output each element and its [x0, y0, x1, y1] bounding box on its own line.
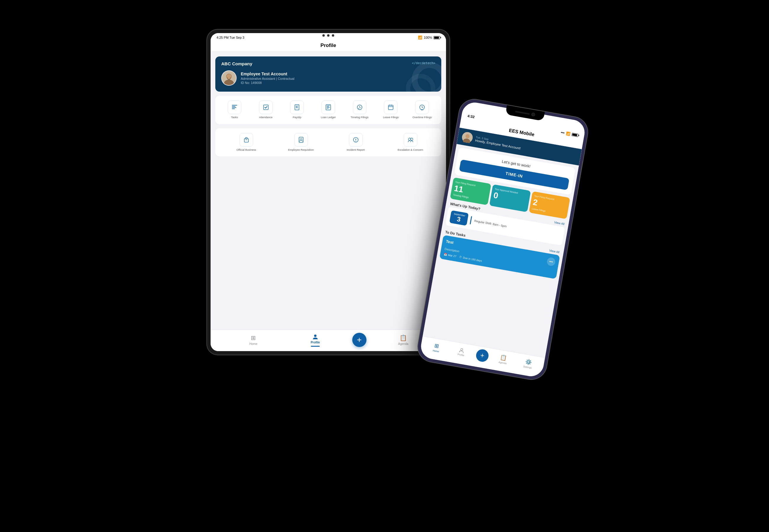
- svg-point-32: [355, 140, 356, 141]
- official-label: Official Business: [236, 148, 256, 152]
- timelog-icon-wrap: [353, 100, 366, 114]
- profile-info: Employee Test Account Administrative Ass…: [241, 72, 294, 85]
- task-date-value: Mar 27: [448, 254, 457, 258]
- svg-rect-16: [327, 106, 330, 106]
- phone-tab-home[interactable]: ⊞ Home: [423, 340, 450, 354]
- svg-rect-4: [227, 78, 228, 78]
- phone-tab-profile[interactable]: Profile: [448, 346, 475, 358]
- svg-rect-6: [232, 105, 237, 106]
- svg-rect-14: [296, 108, 298, 108]
- timelog-label: Timelog Filings: [351, 116, 368, 119]
- profile-tab-label: Profile: [310, 341, 320, 344]
- phone-tab-settings[interactable]: ⚙️ Settings: [515, 357, 542, 371]
- loan-icon-wrap: [321, 100, 335, 114]
- tablet-camera-area: [322, 34, 334, 37]
- profile-name: Employee Test Account: [241, 72, 294, 76]
- svg-point-35: [314, 335, 316, 337]
- svg-rect-26: [244, 139, 248, 142]
- svg-rect-22: [390, 105, 390, 106]
- svg-rect-23: [391, 105, 392, 106]
- svg-rect-31: [355, 139, 356, 140]
- svg-point-39: [461, 348, 463, 351]
- phone-side-button: [579, 160, 584, 181]
- phone-tab-agenda[interactable]: 📋 Agenda: [490, 352, 517, 366]
- add-button[interactable]: +: [352, 333, 366, 347]
- menu-item-leave[interactable]: Leave Filings: [376, 100, 406, 119]
- tablet-time: 4:25 PM Tue Sep 3: [216, 36, 244, 39]
- menu-item-attendance[interactable]: Attendance: [251, 100, 280, 119]
- whats-up-view-all[interactable]: View All: [554, 220, 565, 226]
- svg-point-29: [300, 138, 302, 140]
- profile-card: ABC Company </dec​​detech>: [215, 56, 441, 92]
- incident-icon-wrap: [349, 133, 362, 147]
- svg-rect-28: [299, 137, 303, 142]
- svg-rect-8: [232, 107, 236, 108]
- tablet-dot-1: [322, 34, 325, 37]
- date-box: September 3: [449, 210, 469, 226]
- tab-home[interactable]: ⊞ Home: [222, 334, 284, 346]
- page-title-text: Profile: [320, 43, 336, 48]
- phone-header-text: Tue, 3 Sep Howdy, Employee Test Account!: [475, 136, 522, 150]
- menu-grid-row2: Official Business Employee Requisition: [215, 128, 441, 157]
- home-icon: ⊞: [251, 334, 256, 341]
- attendance-icon-wrap: [259, 100, 273, 114]
- svg-rect-17: [327, 106, 329, 107]
- battery-fill: [434, 37, 439, 39]
- menu-item-requisition[interactable]: Employee Requisition: [275, 133, 327, 152]
- tablet-device: 4:25 PM Tue Sep 3 📶 100% Profile: [207, 30, 450, 355]
- scene: 4:25 PM Tue Sep 3 📶 100% Profile: [207, 30, 562, 502]
- leave-label: Leave Filings: [383, 116, 399, 119]
- calendar-mini-icon: 📅: [443, 253, 447, 257]
- clock-mini-icon: ⏱: [459, 256, 462, 259]
- menu-item-tasks[interactable]: Tasks: [220, 100, 249, 119]
- menu-item-timelog[interactable]: Timelog Filings: [345, 100, 374, 119]
- menu-item-escalation[interactable]: Escalation & Concern: [384, 133, 437, 152]
- phone-settings-icon: ⚙️: [525, 358, 532, 366]
- menu-grid-row1: Tasks Attendance Payslip: [215, 96, 441, 124]
- task-due-value: Due in 160 days: [463, 256, 482, 262]
- profile-user-row: Employee Test Account Administrative Ass…: [221, 70, 436, 86]
- payslip-label: Payslip: [293, 116, 301, 119]
- svg-rect-13: [296, 107, 297, 107]
- menu-item-payslip[interactable]: Payslip: [282, 100, 311, 119]
- svg-rect-21: [389, 105, 393, 110]
- svg-rect-19: [327, 108, 328, 109]
- schedule-info: Regular Shift: 8am - 5pm: [474, 219, 507, 228]
- phone-home-icon: ⊞: [434, 342, 440, 349]
- menu-item-incident[interactable]: Incident Report: [329, 133, 382, 152]
- incident-label: Incident Report: [346, 148, 365, 152]
- tablet-content: ABC Company </dec​​detech>: [210, 52, 446, 330]
- agenda-icon: 📋: [400, 334, 407, 341]
- tablet-dot-3: [332, 34, 334, 37]
- menu-item-official[interactable]: Official Business: [220, 133, 272, 152]
- phone-add-button[interactable]: +: [475, 348, 490, 363]
- tablet-page-title: Profile: [210, 41, 446, 52]
- phone-avatar: [461, 131, 474, 144]
- phone-battery-fill: [572, 133, 577, 136]
- attendance-label: Attendance: [259, 116, 273, 119]
- svg-rect-18: [327, 107, 330, 108]
- avatar: [221, 70, 237, 86]
- tablet-bottom-nav: ⊞ Home Profile + 📋 Agenda: [210, 330, 446, 351]
- phone-signal-icon: ▪▪▪: [561, 130, 565, 135]
- task-date-tag: 📅 Mar 27: [443, 253, 457, 258]
- tab-profile[interactable]: Profile: [284, 333, 346, 347]
- home-tab-label: Home: [249, 342, 257, 346]
- battery-icon: [434, 36, 440, 39]
- loan-label: Loan Ledger: [321, 116, 336, 119]
- overtime-label: Overtime Filings: [413, 116, 432, 119]
- payslip-icon-wrap: [290, 100, 304, 114]
- phone-wifi-icon: 📶: [566, 131, 571, 136]
- overtime-icon-wrap: [415, 100, 429, 114]
- tablet-status-right: 📶 100%: [418, 35, 440, 40]
- menu-item-loan[interactable]: Loan Ledger: [314, 100, 343, 119]
- svg-rect-11: [295, 105, 299, 110]
- phone-battery-icon: [572, 133, 579, 137]
- menu-item-overtime[interactable]: Overtime Filings: [408, 100, 437, 119]
- phone-profile-label: Profile: [457, 353, 464, 357]
- schedule-divider: [470, 216, 472, 224]
- tasks-label: Tasks: [231, 116, 238, 119]
- todo-view-all[interactable]: View All: [549, 249, 560, 254]
- svg-rect-24: [389, 106, 393, 107]
- svg-rect-10: [263, 105, 268, 110]
